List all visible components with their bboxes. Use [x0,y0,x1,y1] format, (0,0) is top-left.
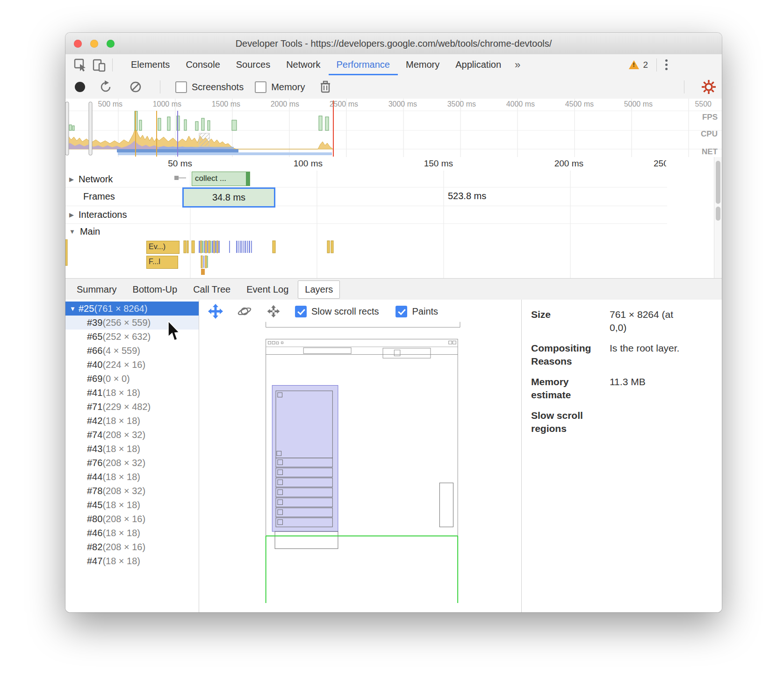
zoom-window-button[interactable] [107,40,115,48]
checkbox-checked-icon [295,306,307,317]
main-track[interactable]: ▼ Main [65,223,667,239]
overview-lane-labels: FPSCPUNET [701,113,718,158]
detail-tabbar: Summary Bottom-Up Call Tree Event Log La… [65,278,722,301]
expanded-triangle-icon[interactable]: ▼ [69,228,75,235]
layer-tree-item[interactable]: #45 (18 × 18) [65,498,199,512]
layer-size: (18 × 18) [102,556,140,567]
timeline-scrollbar[interactable] [714,157,722,278]
layer-tree-item[interactable]: #66 (4 × 559) [65,344,199,358]
more-tabs-button[interactable]: » [509,54,526,75]
window-titlebar[interactable]: Developer Tools - https://developers.goo… [65,33,722,55]
layer-tree-item[interactable]: #69 (0 × 0) [65,372,199,386]
reset-view-icon[interactable] [264,303,283,320]
selected-frame[interactable]: 34.8 ms [182,187,275,208]
settings-gear-icon[interactable] [699,79,718,95]
toolbar-separator [656,58,657,72]
layer-tree-item[interactable]: #41 (18 × 18) [65,386,199,400]
layer-size: (229 × 482) [102,402,151,412]
scrollbar-thumb[interactable] [716,207,720,221]
record-button[interactable] [75,82,85,92]
layer-tree-item[interactable]: #76 (208 × 32) [65,456,199,470]
layer-tree-item[interactable]: #42 (18 × 18) [65,414,199,428]
detail-value: Is the root layer. [610,342,680,368]
reload-and-record-icon[interactable] [96,79,115,95]
expand-triangle-icon[interactable]: ▼ [70,305,76,312]
ruler-tick-label: 200 ms [457,157,587,171]
detail-tab[interactable]: Summary [70,281,123,298]
layers-3d-view[interactable]: Slow scroll rects Paints [199,300,522,612]
scrollbar-thumb[interactable] [716,161,720,204]
detail-tab[interactable]: Bottom-Up [126,281,184,298]
panel-tabs: Elements Console Sources Network Perform… [123,54,509,75]
layer-size: (208 × 32) [102,430,145,440]
main-flame-chart[interactable]: Ev...) F...l [65,239,667,278]
console-warnings-indicator[interactable]: 2 [629,60,648,70]
clear-recording-icon[interactable] [126,79,145,95]
panel-tab[interactable]: Elements [123,54,178,75]
network-request-bar[interactable]: collect ... [192,172,250,186]
interactions-track[interactable]: ▶ Interactions [65,206,667,224]
detail-tab[interactable]: Layers [298,280,340,299]
detail-tab[interactable]: Call Tree [187,281,237,298]
panel-tab[interactable]: Application [447,54,509,75]
window-title: Developer Tools - https://developers.goo… [236,38,552,49]
ruler-tick-label: 100 ms [196,157,326,171]
detail-label: Memory estimate [531,375,601,402]
pan-mode-icon[interactable] [206,303,225,320]
detail-tab[interactable]: Event Log [240,281,295,298]
main-track-label[interactable]: ▼ Main [69,226,100,237]
toolbar-separator [684,80,684,93]
event-flame-bar[interactable]: Ev...) [146,241,180,254]
panel-tab[interactable]: Network [278,54,328,75]
layer-tree-item[interactable]: ▼ #25 (761 × 8264) [65,302,199,316]
layer-size: (208 × 16) [102,514,145,524]
memory-checkbox[interactable]: Memory [255,81,305,93]
layer-tree-item[interactable]: #80 (208 × 16) [65,512,199,526]
layer-id: #44 [87,472,102,482]
trash-icon[interactable] [316,79,335,95]
minimize-window-button[interactable] [90,40,98,48]
overview-tick-label: 3500 ms [419,99,478,108]
interactions-track-label[interactable]: ▶ Interactions [69,209,127,220]
rotate-mode-icon[interactable] [235,303,254,320]
warning-icon [629,60,639,69]
layer-tree-item[interactable]: #43 (18 × 18) [65,442,199,456]
network-track[interactable]: ▶ Network collect ... [65,171,667,187]
layer-tree-item[interactable]: #40 (224 × 16) [65,358,199,372]
layer-tree-item[interactable]: #47 (18 × 18) [65,554,199,568]
panel-tab[interactable]: Performance [329,54,398,75]
detail-value: 761 × 8264 (at 0,0) [610,308,680,334]
panel-tab[interactable]: Memory [398,54,447,75]
panel-tab[interactable]: Sources [228,54,278,75]
frames-track[interactable]: Frames 34.8 ms 523.8 ms [65,187,667,206]
layer-size: (208 × 32) [102,486,145,496]
layer-detail-row: Size 761 × 8264 (at 0,0) [531,308,722,334]
collapsed-triangle-icon[interactable]: ▶ [69,175,74,182]
frames-track-label: Frames [83,191,115,202]
layer-wireframe-scene[interactable] [199,300,521,603]
close-window-button[interactable] [74,40,82,48]
layer-tree-item[interactable]: #46 (18 × 18) [65,526,199,540]
layer-tree-item[interactable]: #44 (18 × 18) [65,470,199,484]
device-toolbar-icon[interactable] [90,57,108,73]
timeline-overview[interactable]: 500 ms1000 ms1500 ms2000 ms2500 ms3000 m… [65,99,722,158]
function-call-flame-bar[interactable]: F...l [146,256,178,269]
layer-id: #80 [87,514,102,524]
devtools-menu-button[interactable] [665,59,668,70]
layer-tree-item[interactable]: #78 (208 × 32) [65,484,199,498]
screenshots-checkbox[interactable]: Screenshots [175,81,244,93]
overview-tick-label: 4500 ms [537,99,596,108]
collapsed-triangle-icon[interactable]: ▶ [69,211,74,218]
layer-id: #43 [87,444,102,454]
layer-id: #45 [87,500,102,510]
layer-tree-item[interactable]: #71 (229 × 482) [65,400,199,414]
inspect-element-icon[interactable] [71,57,90,73]
checkbox-checked-icon [396,306,407,317]
slow-scroll-rects-checkbox[interactable]: Slow scroll rects [295,306,379,317]
panel-tab[interactable]: Console [178,54,228,75]
layer-id: #65 [87,331,102,342]
paints-checkbox[interactable]: Paints [396,306,438,317]
layer-tree-item[interactable]: #74 (208 × 32) [65,428,199,442]
layer-tree-item[interactable]: #82 (208 × 16) [65,540,199,554]
network-track-label[interactable]: ▶ Network [69,173,113,184]
